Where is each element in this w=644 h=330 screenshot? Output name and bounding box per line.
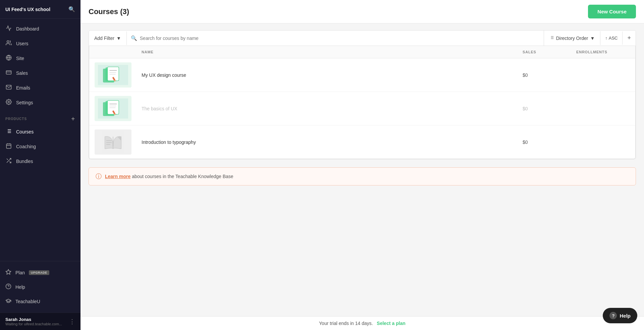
col-header-enrollments: ENROLLMENTS [576, 50, 630, 54]
course-name: Introduction to typography [142, 140, 523, 145]
add-filter-label: Add Filter [94, 36, 114, 41]
page-title: Courses (3) [89, 7, 129, 16]
user-info: Sarah Jonas Waiting for uifeed.teachable… [5, 317, 62, 326]
sidebar-item-settings[interactable]: Settings [0, 95, 80, 110]
coaching-icon [5, 143, 12, 150]
search-area: 🔍 [127, 35, 544, 41]
sort-order-button[interactable]: Directory Order ▼ [544, 31, 601, 45]
sidebar: UI Feed's UX school 🔍 Dashboard Users Si… [0, 0, 80, 330]
user-name: Sarah Jonas [5, 317, 62, 322]
search-icon: 🔍 [131, 35, 137, 41]
help-icon [5, 283, 11, 290]
teachableu-icon [5, 298, 11, 305]
sidebar-item-site[interactable]: Site [0, 51, 80, 66]
table-row[interactable]: The basics of UX $0 [89, 92, 635, 125]
course-name: The basics of UX [142, 106, 523, 111]
sidebar-item-dashboard[interactable]: Dashboard [0, 21, 80, 36]
course-sales: $0 [523, 140, 576, 145]
table-header: NAME SALES ENROLLMENTS [89, 46, 635, 58]
search-input[interactable] [140, 36, 540, 41]
sales-icon [5, 69, 12, 77]
sidebar-item-sales[interactable]: Sales [0, 66, 80, 80]
sidebar-bottom: Plan UPGRADE Help TeachableU [0, 261, 80, 313]
course-sales: $0 [523, 106, 576, 111]
help-widget[interactable]: ? Help [603, 308, 637, 323]
user-menu-icon[interactable]: ⋮ [69, 318, 75, 325]
sidebar-item-users[interactable]: Users [0, 36, 80, 51]
svg-rect-12 [6, 144, 11, 149]
info-icon: ⓘ [96, 172, 102, 180]
col-header-name: NAME [142, 50, 523, 54]
sidebar-item-bundles[interactable]: Bundles [0, 154, 80, 169]
svg-point-0 [7, 41, 9, 43]
sidebar-header: UI Feed's UX school 🔍 [0, 0, 80, 19]
sidebar-item-label: Users [16, 41, 29, 46]
table-row[interactable]: Introduction to typography $0 [89, 125, 635, 159]
settings-icon [5, 99, 12, 106]
bundles-icon [5, 158, 12, 165]
sidebar-item-label: Coaching [16, 144, 36, 149]
learn-more-link[interactable]: Learn more [105, 174, 130, 179]
add-column-button[interactable]: + [623, 31, 636, 46]
emails-icon [5, 84, 12, 92]
new-course-button[interactable]: New Course [588, 5, 636, 18]
sort-label: Directory Order [556, 36, 588, 41]
trial-text: Your trial ends in 14 days. [319, 321, 373, 326]
asc-button[interactable]: ↑ ASC [600, 32, 623, 45]
filter-bar-wrapper: Add Filter ▼ 🔍 Directory Order ▼ [89, 30, 636, 159]
add-product-icon[interactable]: + [71, 115, 75, 122]
select-plan-link[interactable]: Select a plan [377, 321, 406, 326]
chevron-down-icon: ▼ [590, 36, 595, 41]
sort-section: Directory Order ▼ ↑ ASC + [544, 31, 636, 46]
teachableu-label: TeachableU [15, 299, 40, 304]
courses-icon [5, 128, 12, 135]
add-filter-button[interactable]: Add Filter ▼ [89, 32, 127, 45]
content-area: Add Filter ▼ 🔍 Directory Order ▼ [80, 23, 644, 316]
svg-point-5 [8, 101, 10, 103]
asc-arrow-icon: ↑ [605, 36, 607, 41]
chevron-down-icon: ▼ [116, 36, 121, 41]
table-row[interactable]: My UX design course $0 [89, 58, 635, 92]
sidebar-item-plan[interactable]: Plan UPGRADE [0, 265, 80, 280]
course-thumbnail [95, 62, 142, 88]
col-header-sales: SALES [523, 50, 576, 54]
user-email: Waiting for uifeed.teachable.com... [5, 322, 62, 326]
sidebar-item-label: Dashboard [16, 26, 39, 32]
sidebar-item-label: Sales [16, 70, 28, 76]
filter-top-row: Add Filter ▼ 🔍 Directory Order ▼ [89, 31, 636, 46]
asc-label: ASC [609, 36, 618, 41]
trial-bar: Your trial ends in 14 days. Select a pla… [80, 316, 644, 330]
plan-label: Plan [15, 270, 25, 275]
info-banner: ⓘ Learn more about courses in the Teacha… [89, 167, 636, 185]
site-icon [5, 55, 12, 62]
topbar: Courses (3) New Course [80, 0, 644, 23]
sidebar-item-coaching[interactable]: Coaching [0, 139, 80, 154]
upgrade-badge: UPGRADE [29, 270, 49, 275]
course-thumb-ux1 [95, 62, 131, 88]
sidebar-item-help[interactable]: Help [0, 280, 80, 294]
user-bar: Sarah Jonas Waiting for uifeed.teachable… [0, 313, 80, 330]
course-sales: $0 [523, 72, 576, 78]
svg-line-18 [7, 159, 8, 160]
svg-rect-3 [6, 71, 11, 74]
sidebar-item-label: Emails [16, 85, 30, 91]
sidebar-title: UI Feed's UX school [5, 7, 50, 12]
products-section-label: PRODUCTS + [0, 110, 80, 124]
course-thumb-ux2 [95, 96, 131, 121]
course-thumbnail [95, 96, 142, 121]
col-header-thumb [95, 50, 142, 54]
sidebar-item-courses[interactable]: Courses [0, 124, 80, 139]
help-label: Help [15, 284, 25, 290]
sidebar-item-emails[interactable]: Emails [0, 80, 80, 95]
search-icon[interactable]: 🔍 [68, 6, 75, 12]
info-text: Learn more about courses in the Teachabl… [105, 174, 233, 179]
sidebar-item-label: Site [16, 56, 24, 61]
plan-icon [5, 269, 11, 276]
sidebar-nav: Dashboard Users Site Sales Emails [0, 19, 80, 261]
course-name: My UX design course [142, 72, 523, 78]
sidebar-item-teachableu[interactable]: TeachableU [0, 294, 80, 309]
users-icon [5, 40, 12, 47]
course-thumb-book [95, 129, 131, 155]
dashboard-icon [5, 25, 12, 33]
sidebar-item-label: Settings [16, 100, 33, 105]
